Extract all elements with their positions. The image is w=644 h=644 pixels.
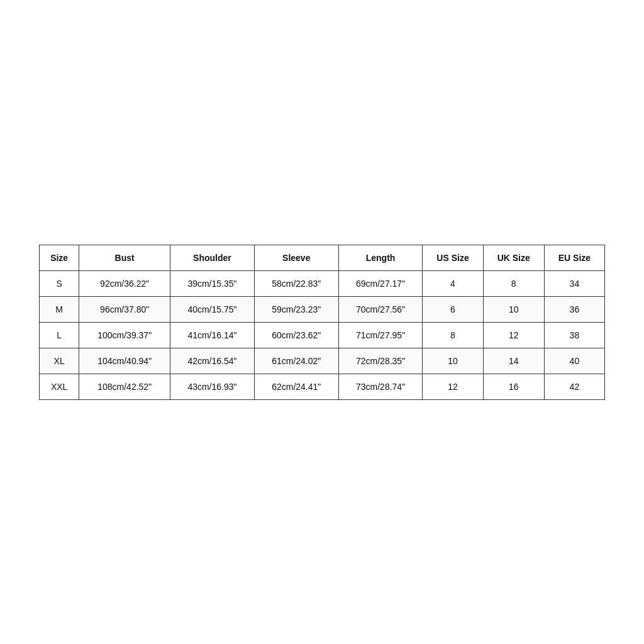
cell-eu_size: 42 [544,374,604,399]
header-us-size: US Size [423,245,483,270]
cell-sleeve: 61cm/24.02" [254,348,338,374]
cell-shoulder: 42cm/16.54" [170,348,255,374]
header-sleeve: Sleeve [254,245,338,270]
size-chart-table: Size Bust Shoulder Sleeve Length US Size… [39,245,605,400]
cell-uk_size: 8 [483,270,544,296]
cell-bust: 104cm/40.94" [79,348,170,374]
cell-us_size: 8 [423,322,483,348]
cell-length: 69cm/27.17" [338,270,423,296]
cell-eu_size: 34 [544,270,604,296]
cell-uk_size: 16 [483,374,544,399]
cell-size: XXL [40,374,79,399]
header-eu-size: EU Size [544,245,604,270]
cell-shoulder: 41cm/16.14" [170,322,255,348]
cell-bust: 96cm/37.80" [79,296,170,322]
cell-uk_size: 14 [483,348,544,374]
cell-size: S [40,270,79,296]
cell-length: 72cm/28.35" [338,348,423,374]
cell-sleeve: 59cm/23.23" [254,296,338,322]
table-row: XL104cm/40.94"42cm/16.54"61cm/24.02"72cm… [40,348,605,374]
cell-sleeve: 58cm/22.83" [254,270,338,296]
cell-shoulder: 43cm/16.93" [170,374,255,399]
cell-uk_size: 10 [483,296,544,322]
cell-size: L [40,322,79,348]
cell-size: M [40,296,79,322]
cell-sleeve: 62cm/24.41" [254,374,338,399]
cell-length: 71cm/27.95" [338,322,423,348]
cell-size: XL [40,348,79,374]
cell-bust: 92cm/36.22" [79,270,170,296]
header-bust: Bust [79,245,170,270]
cell-shoulder: 39cm/15.35" [170,270,255,296]
cell-length: 70cm/27.56" [338,296,423,322]
cell-length: 73cm/28.74" [338,374,423,399]
cell-eu_size: 36 [544,296,604,322]
header-uk-size: UK Size [483,245,544,270]
size-chart-container: Size Bust Shoulder Sleeve Length US Size… [39,245,605,400]
cell-bust: 100cm/39.37" [79,322,170,348]
cell-bust: 108cm/42.52" [79,374,170,399]
cell-sleeve: 60cm/23.62" [254,322,338,348]
header-shoulder: Shoulder [170,245,255,270]
table-row: XXL108cm/42.52"43cm/16.93"62cm/24.41"73c… [40,374,605,399]
cell-us_size: 10 [423,348,483,374]
cell-us_size: 4 [423,270,483,296]
cell-uk_size: 12 [483,322,544,348]
cell-us_size: 6 [423,296,483,322]
cell-eu_size: 38 [544,322,604,348]
header-length: Length [338,245,423,270]
cell-eu_size: 40 [544,348,604,374]
table-row: L100cm/39.37"41cm/16.14"60cm/23.62"71cm/… [40,322,605,348]
table-header-row: Size Bust Shoulder Sleeve Length US Size… [40,245,605,270]
header-size: Size [40,245,79,270]
table-row: S92cm/36.22"39cm/15.35"58cm/22.83"69cm/2… [40,270,605,296]
cell-us_size: 12 [423,374,483,399]
table-row: M96cm/37.80"40cm/15.75"59cm/23.23"70cm/2… [40,296,605,322]
cell-shoulder: 40cm/15.75" [170,296,255,322]
